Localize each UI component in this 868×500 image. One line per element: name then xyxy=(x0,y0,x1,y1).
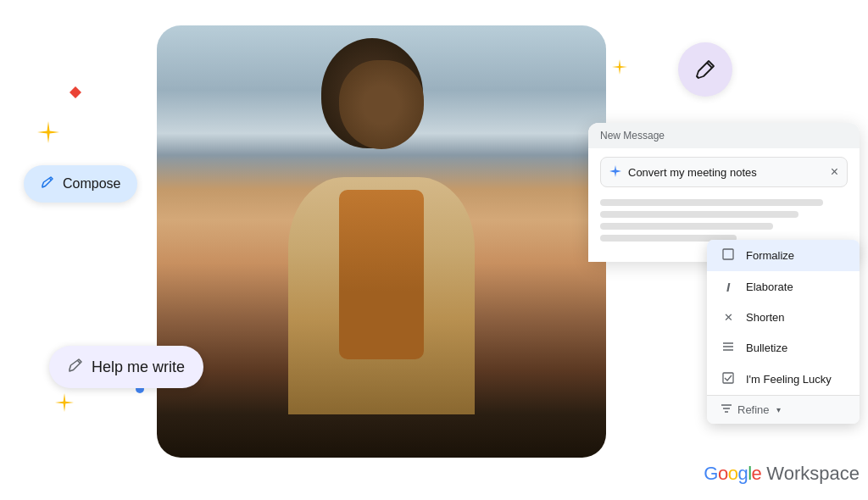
svg-rect-0 xyxy=(70,86,81,98)
elaborate-label: Elaborate xyxy=(746,281,793,293)
hero-photo xyxy=(157,25,606,458)
compose-button[interactable]: Compose xyxy=(24,165,137,203)
shorten-label: Shorten xyxy=(746,311,785,324)
google-g-blue: G xyxy=(704,463,718,485)
refine-label: Refine xyxy=(737,403,770,416)
google-logo: Google xyxy=(704,463,761,485)
svg-rect-5 xyxy=(723,373,733,383)
compose-icon xyxy=(41,175,54,192)
google-g-red: o xyxy=(718,463,728,485)
dropdown-item-feeling-lucky[interactable]: I'm Feeling Lucky xyxy=(707,364,860,395)
dropdown-item-shorten[interactable]: ✕ Shorten xyxy=(707,303,860,332)
formalize-icon xyxy=(721,248,736,263)
ai-prompt-text: Convert my meeting notes xyxy=(628,166,824,179)
dropdown-item-bulletize[interactable]: Bulletize xyxy=(707,332,860,364)
elaborate-icon: I xyxy=(721,280,736,294)
compose-label: Compose xyxy=(63,176,120,192)
refine-icon xyxy=(721,403,732,417)
email-line-2 xyxy=(600,211,798,218)
email-line-3 xyxy=(600,223,773,230)
google-g-blue2: g xyxy=(737,463,748,485)
help-write-button[interactable]: Help me write xyxy=(49,346,203,388)
help-write-label: Help me write xyxy=(92,358,185,376)
help-write-icon xyxy=(68,358,83,376)
feeling-lucky-icon xyxy=(721,372,736,386)
ai-icon xyxy=(609,165,621,180)
email-panel-header: New Message xyxy=(588,123,860,148)
ai-refine-dropdown: Formalize I Elaborate ✕ Shorten Bulletiz… xyxy=(707,240,860,424)
bulletize-icon xyxy=(721,341,736,355)
email-line-1 xyxy=(600,199,823,206)
shorten-icon: ✕ xyxy=(721,311,736,324)
ai-prompt-bar[interactable]: Convert my meeting notes × xyxy=(600,157,848,187)
google-workspace-branding: Google Workspace xyxy=(704,463,860,485)
dropdown-item-elaborate[interactable]: I Elaborate xyxy=(707,271,860,303)
svg-rect-1 xyxy=(723,249,733,259)
refine-button[interactable]: Refine ▾ xyxy=(707,395,860,424)
close-icon[interactable]: × xyxy=(831,164,838,180)
google-g-yellow: o xyxy=(728,463,738,485)
feeling-lucky-label: I'm Feeling Lucky xyxy=(746,373,832,386)
formalize-label: Formalize xyxy=(746,249,794,262)
refine-chevron-icon: ▾ xyxy=(776,405,781,414)
dropdown-item-formalize[interactable]: Formalize xyxy=(707,240,860,271)
google-g-red2: e xyxy=(752,463,762,485)
workspace-label: Workspace xyxy=(766,463,860,485)
bulletize-label: Bulletize xyxy=(746,342,787,354)
pencil-circle-icon xyxy=(678,42,732,97)
